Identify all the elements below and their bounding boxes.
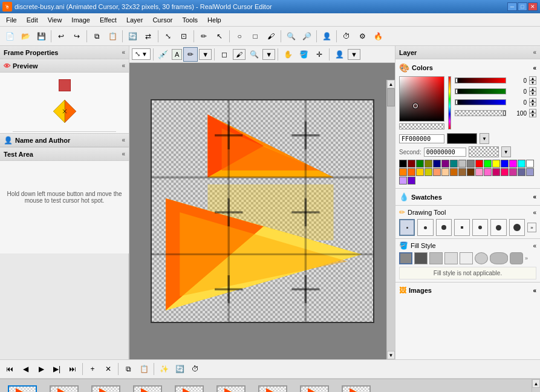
frames-vscroll[interactable]: ▲ ▼ bbox=[532, 379, 540, 392]
settings-button[interactable]: ⚙ bbox=[355, 29, 369, 44]
drawing-tool-expand[interactable]: « bbox=[533, 209, 536, 216]
palette-swatch[interactable] bbox=[526, 160, 534, 168]
palette-swatch[interactable] bbox=[408, 168, 415, 176]
user-tool-btn[interactable]: 👤 bbox=[332, 47, 346, 62]
anim-paste[interactable]: 📋 bbox=[137, 362, 151, 376]
frame-item[interactable]: 4 [s/60] bbox=[336, 385, 376, 393]
paste-button[interactable]: 📋 bbox=[105, 29, 120, 44]
tool-size-6[interactable] bbox=[490, 219, 506, 236]
menu-edit[interactable]: Edit bbox=[22, 15, 43, 25]
palette-swatch[interactable] bbox=[433, 160, 441, 168]
palette-swatch[interactable] bbox=[467, 168, 475, 176]
menu-file[interactable]: File bbox=[1, 15, 22, 25]
tool-more-btn[interactable]: » bbox=[527, 223, 536, 232]
palette-swatch[interactable] bbox=[475, 160, 483, 168]
tool-size-5[interactable] bbox=[472, 219, 488, 236]
fill-lighter[interactable] bbox=[444, 252, 458, 264]
close-button[interactable]: ✕ bbox=[528, 2, 538, 11]
frame-item[interactable]: 4 [s/60] bbox=[294, 385, 334, 393]
anim-play[interactable]: ▶ bbox=[34, 362, 48, 376]
user-dropdown[interactable]: ▼ bbox=[348, 49, 360, 60]
copy-button[interactable]: ⧉ bbox=[89, 29, 104, 44]
new-button[interactable]: 📄 bbox=[2, 29, 17, 44]
alpha-spin[interactable]: ▲ ▼ bbox=[529, 109, 536, 117]
arrow-dropdown[interactable]: ▼ bbox=[199, 49, 212, 60]
alpha-up[interactable]: ▲ bbox=[529, 109, 536, 113]
palette-swatch[interactable] bbox=[492, 168, 500, 176]
frame-item[interactable]: 4 [s/60] bbox=[169, 385, 209, 393]
palette-swatch[interactable] bbox=[433, 168, 441, 176]
tool-size-7[interactable] bbox=[509, 219, 525, 236]
fill-circle[interactable] bbox=[475, 252, 488, 264]
maximize-button[interactable]: □ bbox=[518, 2, 527, 11]
images-expand[interactable]: « bbox=[533, 287, 536, 294]
rotate-button[interactable]: 🔄 bbox=[125, 29, 140, 44]
palette-swatch[interactable] bbox=[484, 160, 492, 168]
vscroll-thumb[interactable] bbox=[387, 88, 395, 106]
palette-swatch[interactable] bbox=[441, 160, 449, 168]
red-spin[interactable]: ▲ ▼ bbox=[529, 76, 536, 85]
resize-button[interactable]: ⤡ bbox=[161, 29, 175, 44]
alpha-down[interactable]: ▼ bbox=[529, 113, 536, 117]
fill-round[interactable] bbox=[510, 252, 523, 264]
eyedropper-button[interactable]: 💉 bbox=[156, 47, 171, 62]
anim-timing[interactable]: ⏱ bbox=[188, 362, 203, 376]
vscroll-up[interactable]: ▲ bbox=[387, 80, 395, 88]
blue-down[interactable]: ▼ bbox=[529, 102, 536, 106]
frame-item[interactable]: 4 [s/60] bbox=[86, 385, 125, 393]
menu-view[interactable]: View bbox=[43, 15, 67, 25]
hue-strip[interactable] bbox=[448, 76, 451, 129]
colors-expand[interactable]: « bbox=[533, 65, 536, 71]
second-dropdown-btn[interactable]: ▼ bbox=[501, 146, 511, 157]
green-down[interactable]: ▼ bbox=[529, 91, 536, 96]
anim-prev[interactable]: ◀ bbox=[18, 362, 33, 376]
paint-tool-btn[interactable]: 🖌 bbox=[233, 49, 246, 60]
swatches-expand[interactable]: « bbox=[533, 194, 536, 200]
anim-last[interactable]: ⏭ bbox=[65, 362, 80, 376]
palette-swatch[interactable] bbox=[425, 168, 432, 176]
red-slider[interactable] bbox=[455, 77, 506, 83]
palette-swatch[interactable] bbox=[484, 168, 492, 176]
green-spin[interactable]: ▲ ▼ bbox=[529, 87, 536, 96]
menu-cursor[interactable]: Cursor bbox=[148, 15, 177, 25]
vscroll-track[interactable] bbox=[387, 88, 395, 351]
fill-tool-btn[interactable]: 🪣 bbox=[296, 47, 311, 62]
fill-solid[interactable] bbox=[399, 252, 412, 264]
tool-size-1[interactable] bbox=[399, 219, 415, 236]
select-button[interactable]: ↖ bbox=[212, 29, 227, 44]
palette-swatch[interactable] bbox=[518, 160, 525, 168]
fire-button[interactable]: 🔥 bbox=[371, 29, 385, 44]
zoom-selector[interactable]: ⤡ ▼ bbox=[132, 48, 151, 60]
palette-swatch[interactable] bbox=[509, 160, 517, 168]
anim-copy[interactable]: ⧉ bbox=[121, 362, 135, 376]
frames-scroll-up[interactable]: ▲ bbox=[532, 379, 540, 388]
blue-slider[interactable] bbox=[455, 99, 506, 105]
green-slider[interactable] bbox=[455, 88, 506, 94]
zoom-canvas-dropdown[interactable]: ▼ bbox=[262, 49, 275, 60]
test-area-content[interactable]: Hold down left mouse button and move the… bbox=[0, 161, 129, 234]
canvas-drawing[interactable] bbox=[152, 100, 374, 323]
menu-tools[interactable]: Tools bbox=[177, 15, 203, 25]
tool-size-3[interactable] bbox=[436, 219, 452, 236]
anim-next[interactable]: ▶| bbox=[50, 362, 64, 376]
palette-swatch[interactable] bbox=[526, 168, 534, 176]
fill-lightest[interactable] bbox=[460, 252, 473, 264]
anim-delete[interactable]: ✕ bbox=[101, 362, 115, 376]
palette-swatch[interactable] bbox=[467, 160, 475, 168]
alpha-slider[interactable] bbox=[455, 110, 506, 116]
fill-oval[interactable] bbox=[490, 252, 508, 264]
frames-scroll-track[interactable] bbox=[532, 388, 540, 392]
tool-size-2[interactable] bbox=[417, 219, 433, 236]
palette-swatch[interactable] bbox=[408, 160, 415, 168]
second-color-preview[interactable] bbox=[469, 146, 499, 157]
second-hex-input[interactable] bbox=[424, 148, 466, 157]
eraser-btn[interactable]: ◻ bbox=[217, 47, 232, 62]
fill-dark[interactable] bbox=[414, 252, 428, 264]
tool-size-4[interactable] bbox=[454, 219, 470, 236]
pencil-button[interactable]: ✏ bbox=[197, 29, 211, 44]
circle-button[interactable]: ○ bbox=[232, 29, 247, 44]
palette-swatch[interactable] bbox=[450, 168, 458, 176]
preview-expand[interactable]: « bbox=[122, 62, 125, 69]
palette-swatch[interactable] bbox=[492, 160, 500, 168]
fill-style-expand[interactable]: « bbox=[533, 243, 536, 249]
